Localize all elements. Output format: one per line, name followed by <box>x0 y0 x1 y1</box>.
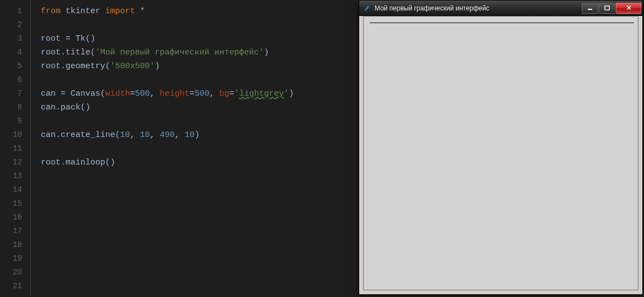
line-number: 21 <box>0 279 22 293</box>
line-number: 6 <box>0 73 22 87</box>
line-number: 3 <box>0 32 22 46</box>
line-number: 15 <box>0 197 22 211</box>
window-title: Мой первый графический интерфейс <box>375 4 581 12</box>
tk-canvas <box>364 17 637 289</box>
line-number: 14 <box>0 183 22 197</box>
line-number: 8 <box>0 101 22 114</box>
tk-client-area <box>363 16 638 290</box>
window-titlebar[interactable]: Мой первый графический интерфейс ✕ <box>359 1 642 16</box>
line-number: 18 <box>0 238 22 252</box>
maximize-button[interactable] <box>599 3 615 14</box>
line-number: 13 <box>0 169 22 183</box>
close-icon: ✕ <box>626 4 631 12</box>
window-controls: ✕ <box>581 3 641 14</box>
line-number: 12 <box>0 156 22 169</box>
maximize-icon <box>604 6 610 11</box>
minimize-icon <box>587 6 593 11</box>
tk-feather-icon <box>362 4 371 13</box>
line-number: 2 <box>0 18 22 32</box>
line-number: 5 <box>0 59 22 73</box>
line-number: 17 <box>0 224 22 238</box>
line-number: 16 <box>0 211 22 224</box>
svg-rect-0 <box>588 9 592 10</box>
line-number: 20 <box>0 266 22 279</box>
line-number: 7 <box>0 87 22 101</box>
line-number: 9 <box>0 114 22 128</box>
close-button[interactable]: ✕ <box>616 3 641 14</box>
line-number: 19 <box>0 252 22 266</box>
line-number: 1 <box>0 4 22 18</box>
line-number: 4 <box>0 46 22 59</box>
line-number: 11 <box>0 142 22 156</box>
minimize-button[interactable] <box>582 3 598 14</box>
line-number: 10 <box>0 128 22 142</box>
canvas-drawn-line <box>370 23 634 23</box>
tkinter-window[interactable]: Мой первый графический интерфейс ✕ <box>359 0 643 295</box>
svg-rect-1 <box>605 6 609 10</box>
line-number-gutter: 1 2 3 4 5 6 7 8 9 10 11 12 13 14 15 16 1… <box>0 0 30 297</box>
